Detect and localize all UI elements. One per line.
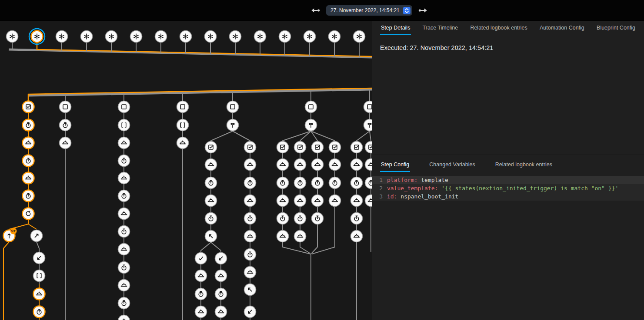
trace-node-dome-icon[interactable] [312,195,324,207]
trace-node-check-icon[interactable] [195,253,207,264]
trace-node-timer-icon[interactable] [118,297,130,309]
trace-node-timer-icon[interactable] [118,262,130,274]
trace-node-asterisk-icon[interactable] [180,31,192,43]
trace-node-dome-icon[interactable] [118,280,130,291]
trace-node-dome-icon[interactable] [312,159,324,171]
trace-node-dome-icon[interactable] [60,137,71,149]
trace-node-asterisk-icon[interactable] [304,31,316,43]
trace-node-dome-icon[interactable] [294,231,306,242]
trace-node-asterisk-icon[interactable] [130,31,142,43]
trace-node-asterisk-icon[interactable] [7,31,18,43]
trace-node-arrow-ne-icon[interactable] [31,230,43,242]
trace-node-dome-icon[interactable] [244,231,256,242]
tab-changed-variables[interactable]: Changed Variables [428,158,476,172]
trace-node-timer-icon[interactable] [351,213,363,224]
trace-node-asterisk-icon[interactable] [81,31,93,43]
trace-node-dome-icon[interactable] [365,195,372,207]
tab-automation-config[interactable]: Automation Config [539,21,585,35]
trace-node-timer-icon[interactable] [23,190,34,202]
trace-node-dome-icon[interactable] [118,244,130,255]
trace-node-dome-icon[interactable] [23,172,34,184]
trace-node-timer-icon[interactable] [294,177,306,189]
trace-node-arrow-sw-icon[interactable] [244,306,256,318]
trace-node-square-icon[interactable] [305,101,317,113]
trace-timestamp-select[interactable]: 27. November 2022, 14:54:21 [326,5,412,16]
trace-node-check-square-icon[interactable] [205,142,217,153]
trace-node-timer-icon[interactable] [244,177,256,189]
trace-node-asterisk-icon[interactable] [254,31,266,43]
trace-node-dome-icon[interactable] [118,315,130,320]
trace-node-asterisk-icon[interactable] [230,31,241,43]
trace-node-timer-icon[interactable] [118,190,130,202]
trace-node-timer-icon[interactable] [118,226,130,238]
trace-node-timer-icon[interactable] [312,177,324,189]
trace-node-timer-icon[interactable] [294,213,306,224]
trace-node-asterisk-icon[interactable] [155,31,167,43]
trace-node-repeat-icon[interactable] [23,208,34,220]
trace-node-dome-icon[interactable] [351,195,363,207]
trace-node-check-square-icon[interactable] [244,142,256,153]
tab-blueprint-config[interactable]: Blueprint Config [596,21,636,35]
trace-node-dome-icon[interactable] [294,159,306,171]
trace-node-dome-icon[interactable] [33,288,45,300]
trace-node-dome-icon[interactable] [244,267,256,278]
trace-node-dome-icon[interactable] [195,270,207,282]
trace-node-dome-icon[interactable] [329,195,341,207]
trace-node-arrow-sw-icon[interactable] [215,253,227,264]
trace-node-dome-icon[interactable] [118,208,130,220]
trace-node-check-square-icon[interactable] [294,142,306,153]
trace-node-timer-icon[interactable] [33,306,45,318]
trace-node-arrow-sw-icon[interactable] [33,252,45,264]
trace-node-check-square-icon[interactable] [365,142,372,153]
trace-node-dome-icon[interactable] [23,137,34,149]
trace-node-asterisk-icon[interactable] [106,31,117,43]
trace-node-asterisk-icon[interactable] [205,31,217,43]
trace-node-arrow-nw-icon[interactable] [244,284,256,296]
trace-node-dome-icon[interactable] [365,159,372,171]
tab-related-logbook-entries[interactable]: Related logbook entries [469,21,528,35]
trace-node-choose-icon[interactable] [305,119,317,131]
trace-node-timer-icon[interactable] [205,177,217,189]
trace-node-check-square-icon[interactable] [351,142,363,153]
trace-node-asterisk-icon[interactable] [56,31,68,43]
tab-step-details[interactable]: Step Details [380,21,411,35]
previous-trace-button[interactable] [310,5,321,16]
trace-node-dome-icon[interactable] [118,137,130,149]
tab-related-logbook-entries-bottom[interactable]: Related logbook entries [494,158,553,172]
trace-node-dome-icon[interactable] [244,195,256,207]
trace-node-choose-icon[interactable] [227,119,239,131]
trace-node-dome-icon[interactable] [244,159,256,171]
trace-node-dome-icon[interactable] [329,159,341,171]
trace-node-arrow-up-icon[interactable]: 9+ [3,228,17,242]
trace-node-timer-icon[interactable] [365,177,372,189]
trace-node-timer-icon[interactable] [312,213,324,224]
trace-node-square-icon[interactable] [364,101,372,113]
trace-node-dome-icon[interactable] [205,159,217,171]
trace-node-check-square-icon[interactable] [312,142,324,153]
trace-node-timer-icon[interactable] [277,213,289,224]
trace-node-dome-icon[interactable] [118,172,130,184]
trace-node-asterisk-icon[interactable] [279,31,291,43]
trace-node-timer-icon[interactable] [215,288,227,300]
trace-node-dome-icon[interactable] [177,137,189,149]
trace-node-asterisk-icon[interactable] [29,29,45,44]
trace-node-timer-icon[interactable] [23,155,34,167]
trace-node-asterisk-icon[interactable] [329,31,340,43]
trace-node-dome-icon[interactable] [277,231,289,242]
trace-node-timer-icon[interactable] [277,177,289,189]
trace-node-brackets-icon[interactable] [118,119,130,131]
trace-node-dome-icon[interactable] [294,195,306,207]
trace-node-timer-icon[interactable] [60,119,71,131]
trace-node-dome-icon[interactable] [215,306,227,318]
trace-node-arrow-nw-icon[interactable] [205,231,217,242]
trace-node-brackets-icon[interactable] [33,270,45,282]
trace-node-dome-icon[interactable] [351,231,363,242]
trace-node-square-icon[interactable] [60,101,71,113]
trace-node-brackets-icon[interactable] [177,119,189,131]
trace-node-timer-icon[interactable] [244,213,256,224]
trace-node-dome-icon[interactable] [277,195,289,207]
trace-node-dome-icon[interactable] [205,195,217,207]
trace-node-choose-icon[interactable] [364,119,372,131]
trace-node-timer-icon[interactable] [205,213,217,224]
trace-node-check-square-icon[interactable] [277,142,289,153]
